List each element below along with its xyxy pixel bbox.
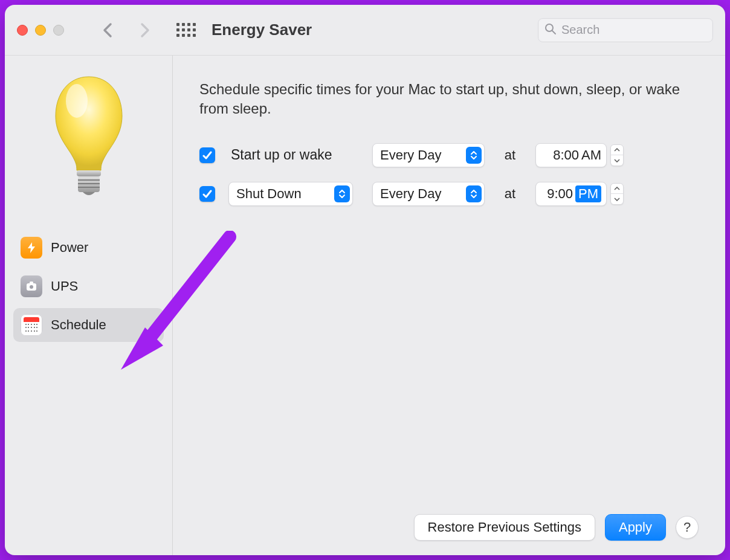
svg-line-1 <box>552 31 555 34</box>
footer: Restore Previous Settings Apply ? <box>199 502 699 541</box>
startup-frequency-select[interactable]: Every Day <box>372 143 485 167</box>
svg-rect-9 <box>30 282 33 284</box>
sidebar: Power UPS Schedule <box>5 56 173 555</box>
shutdown-time-group: 9:00 PM <box>535 182 624 206</box>
power-icon <box>21 237 42 259</box>
traffic-lights <box>17 25 64 36</box>
startup-time-stepper[interactable] <box>610 144 624 166</box>
svg-point-0 <box>546 24 553 31</box>
shutdown-time-field[interactable]: 9:00 PM <box>535 182 607 206</box>
nav-buttons <box>99 21 153 39</box>
sidebar-item-power[interactable]: Power <box>13 231 164 265</box>
stepper-down-icon <box>611 194 623 204</box>
select-value: Every Day <box>380 186 462 202</box>
time-value: 9:00 <box>547 186 573 202</box>
select-value: Every Day <box>380 147 462 163</box>
select-value: Shut Down <box>236 186 331 202</box>
shutdown-frequency-select[interactable]: Every Day <box>372 182 485 206</box>
stepper-down-icon <box>611 155 623 166</box>
time-ampm: PM <box>575 185 601 202</box>
help-button[interactable]: ? <box>676 516 699 539</box>
startup-time-group: 8:00 AM <box>535 143 624 167</box>
startup-label: Start up or wake <box>228 147 367 163</box>
content-pane: Schedule specific times for your Mac to … <box>173 56 725 555</box>
schedule-rows: Start up or wake Every Day at 8:00 AM <box>199 143 699 206</box>
sidebar-item-label: UPS <box>51 278 78 294</box>
close-button[interactable] <box>17 25 28 36</box>
zoom-button[interactable] <box>53 25 64 36</box>
startup-time-field[interactable]: 8:00 AM <box>535 143 607 167</box>
sidebar-item-schedule[interactable]: Schedule <box>13 308 164 342</box>
restore-previous-button[interactable]: Restore Previous Settings <box>414 514 595 541</box>
back-button[interactable] <box>99 21 117 39</box>
stepper-up-icon <box>611 184 623 195</box>
schedule-row-startup: Start up or wake Every Day at 8:00 AM <box>199 143 699 167</box>
svg-point-2 <box>66 84 88 118</box>
svg-point-10 <box>30 285 33 289</box>
time-ampm: AM <box>581 147 601 163</box>
chevrons-icon <box>334 185 350 202</box>
at-label: at <box>498 147 522 163</box>
stepper-up-icon <box>611 145 623 156</box>
shutdown-time-stepper[interactable] <box>610 183 624 205</box>
schedule-description: Schedule specific times for your Mac to … <box>199 80 699 119</box>
sidebar-item-label: Schedule <box>51 317 106 333</box>
chevrons-icon <box>466 185 482 202</box>
startup-checkbox[interactable] <box>199 147 215 163</box>
search-icon <box>544 23 557 37</box>
sidebar-item-label: Power <box>51 240 88 256</box>
sidebar-list: Power UPS Schedule <box>13 231 164 342</box>
window-body: Power UPS Schedule Schedule <box>5 56 725 555</box>
toolbar: Energy Saver <box>5 5 725 56</box>
shutdown-action-select[interactable]: Shut Down <box>228 182 353 206</box>
schedule-row-shutdown: Shut Down Every Day <box>199 182 699 206</box>
time-value: 8:00 <box>553 147 579 163</box>
sidebar-item-ups[interactable]: UPS <box>13 269 164 303</box>
svg-rect-3 <box>77 170 101 176</box>
calendar-icon <box>21 314 42 336</box>
minimize-button[interactable] <box>35 25 46 36</box>
forward-button[interactable] <box>135 21 153 39</box>
at-label: at <box>498 186 522 202</box>
show-all-button[interactable] <box>176 23 196 37</box>
window-title: Energy Saver <box>212 21 527 39</box>
preferences-window: Energy Saver <box>5 5 725 555</box>
ups-icon <box>21 275 42 297</box>
apply-button[interactable]: Apply <box>605 514 666 541</box>
shutdown-checkbox[interactable] <box>199 186 215 202</box>
search-input[interactable] <box>561 23 706 37</box>
search-field[interactable] <box>538 18 713 42</box>
energy-saver-icon <box>13 74 164 201</box>
chevrons-icon <box>466 147 482 164</box>
